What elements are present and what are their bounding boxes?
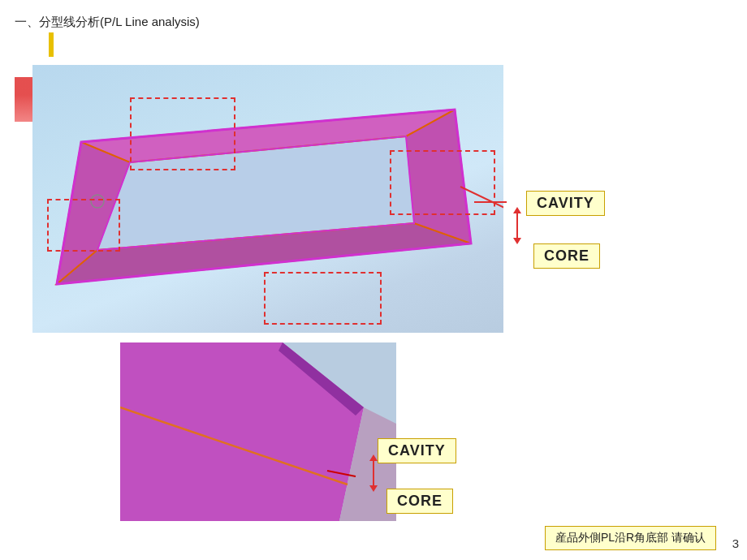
bottom-annotation-box — [264, 272, 382, 325]
arrow-head-up-bottom — [369, 454, 378, 461]
top-left-annotation-box — [130, 97, 235, 170]
arrow-line-bottom — [373, 461, 374, 485]
top-connector-line — [474, 201, 507, 203]
left-annotation-box — [47, 199, 120, 252]
cavity-label-top: CAVITY — [526, 191, 605, 216]
right-annotation-box — [390, 150, 495, 215]
arrow-head-up-top — [513, 207, 521, 213]
bottom-arrow-indicator — [369, 454, 378, 492]
bottom-image-area — [120, 342, 396, 521]
arrow-head-down-bottom — [369, 485, 378, 492]
cavity-label-bottom: CAVITY — [378, 438, 456, 463]
page-number: 3 — [732, 536, 739, 550]
page-title: 一、分型线分析(P/L Line analysis) — [15, 15, 200, 30]
top-arrow-indicator — [513, 207, 521, 244]
accent-bar — [49, 32, 54, 57]
arrow-line-top — [516, 213, 518, 238]
status-bar: 産品外側PL沿R角底部 请确认 — [545, 526, 716, 550]
core-label-bottom: CORE — [386, 489, 453, 514]
core-label-top: CORE — [533, 243, 600, 269]
bottom-model-svg — [120, 342, 396, 521]
arrow-head-down-top — [513, 238, 521, 244]
top-image-area — [32, 65, 503, 333]
